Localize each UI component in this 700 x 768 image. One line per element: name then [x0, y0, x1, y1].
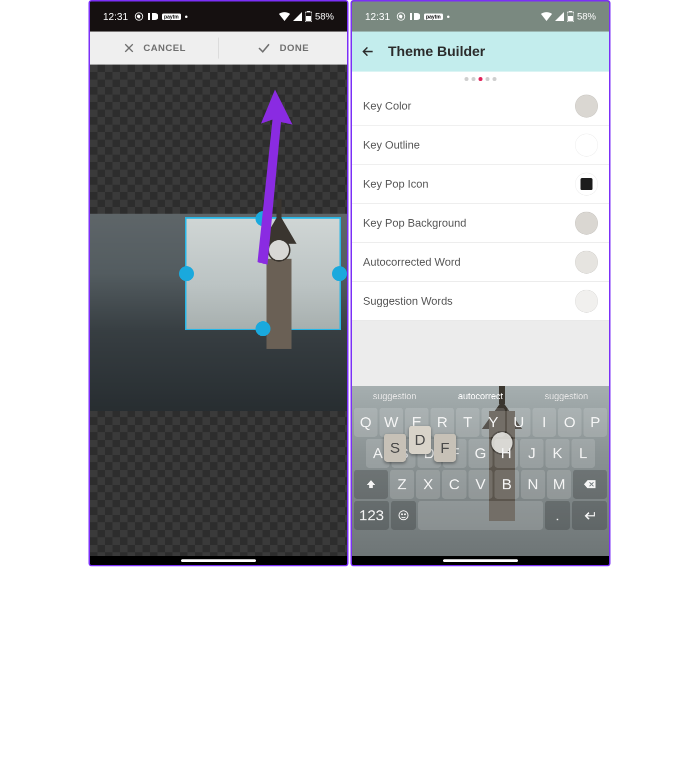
pager-dot[interactable] — [464, 77, 468, 81]
settings-item-label: Key Pop Icon — [363, 178, 428, 191]
key-u[interactable]: U — [507, 408, 530, 437]
key-o[interactable]: O — [558, 408, 582, 437]
suggestion-left[interactable]: suggestion — [373, 391, 416, 402]
crop-handle-right[interactable] — [332, 266, 347, 281]
app-header: Theme Builder — [352, 32, 609, 72]
svg-point-11 — [402, 514, 402, 515]
done-button[interactable]: DONE — [219, 32, 348, 65]
settings-item[interactable]: Key Pop Icon — [352, 165, 609, 204]
app-title: Theme Builder — [388, 44, 485, 60]
status-time: 12:31 — [103, 11, 128, 23]
color-swatch[interactable] — [575, 290, 598, 313]
close-icon — [122, 42, 136, 55]
settings-item-label: Key Pop Background — [363, 217, 466, 230]
svg-rect-1 — [148, 13, 150, 20]
svg-rect-6 — [410, 13, 412, 20]
key-numeric[interactable]: 123 — [354, 501, 389, 530]
color-swatch[interactable] — [575, 251, 598, 274]
paytm-icon: paytm — [162, 14, 180, 20]
battery-icon — [567, 11, 574, 22]
cancel-button[interactable]: CANCEL — [90, 32, 218, 65]
battery-icon — [305, 11, 312, 22]
nav-bar — [90, 556, 347, 565]
settings-item[interactable]: Key Pop Background — [352, 204, 609, 243]
key-l[interactable]: L — [572, 439, 595, 468]
color-swatch[interactable] — [575, 212, 598, 235]
signal-icon — [293, 12, 302, 21]
settings-item[interactable]: Autocorrected Word — [352, 243, 609, 282]
color-swatch[interactable] — [575, 95, 598, 118]
color-swatch[interactable] — [575, 173, 598, 196]
check-icon — [256, 41, 272, 56]
id-icon — [148, 13, 158, 20]
settings-item[interactable]: Key Color — [352, 87, 609, 126]
key-popup[interactable]: F — [434, 434, 456, 462]
key-r[interactable]: R — [430, 408, 454, 437]
status-right: 58% — [279, 11, 334, 22]
key-popup[interactable]: S — [384, 434, 406, 462]
signal-icon — [555, 12, 564, 21]
key-i[interactable]: I — [532, 408, 556, 437]
key-popups: S D F — [384, 434, 456, 462]
status-left-icons: paytm — [134, 12, 187, 22]
backspace-icon — [584, 479, 596, 489]
key-period[interactable]: . — [545, 501, 570, 530]
key-enter[interactable] — [572, 501, 607, 530]
svg-rect-4 — [306, 16, 311, 21]
key-n[interactable]: N — [521, 470, 545, 499]
key-b[interactable]: B — [494, 470, 518, 499]
key-y[interactable]: Y — [482, 408, 505, 437]
key-z[interactable]: Z — [390, 470, 414, 499]
key-g[interactable]: G — [468, 439, 492, 468]
key-emoji[interactable] — [391, 501, 416, 530]
color-swatch[interactable] — [575, 134, 598, 157]
key-c[interactable]: C — [442, 470, 466, 499]
crop-handle-bottom[interactable] — [256, 321, 270, 336]
key-j[interactable]: J — [520, 439, 544, 468]
wifi-icon — [279, 12, 290, 21]
pager-dot[interactable] — [472, 77, 476, 81]
settings-item[interactable]: Suggestion Words — [352, 282, 609, 321]
battery-percent: 58% — [577, 11, 596, 22]
crop-handle-left[interactable] — [179, 266, 194, 281]
status-right: 58% — [541, 11, 596, 22]
crop-canvas[interactable] — [90, 65, 347, 556]
key-v[interactable]: V — [468, 470, 492, 499]
settings-item-label: Key Color — [363, 100, 412, 113]
more-dot-icon — [185, 16, 188, 18]
key-p[interactable]: P — [584, 408, 607, 437]
cancel-label: CANCEL — [144, 43, 186, 54]
emoji-icon — [398, 509, 410, 521]
pager-dot[interactable] — [486, 77, 490, 81]
key-row-1: QWERTYUIOP — [352, 407, 609, 438]
key-m[interactable]: M — [547, 470, 571, 499]
key-space[interactable] — [418, 501, 543, 530]
suggestion-autocorrect[interactable]: autocorrect — [458, 391, 503, 402]
shift-icon — [366, 479, 376, 490]
home-indicator[interactable] — [443, 559, 518, 562]
wifi-icon — [541, 12, 552, 21]
whatsapp-icon — [134, 12, 144, 22]
key-t[interactable]: T — [456, 408, 480, 437]
key-w[interactable]: W — [380, 408, 403, 437]
key-q[interactable]: Q — [354, 408, 378, 437]
annotation-arrow — [245, 90, 295, 265]
status-bar: 12:31 paytm 58% — [352, 2, 609, 32]
id-icon — [410, 13, 420, 20]
status-time: 12:31 — [365, 11, 390, 23]
key-shift[interactable] — [354, 470, 388, 499]
key-k[interactable]: K — [546, 439, 569, 468]
phone-theme-builder: 12:31 paytm 58% Theme Builder — [350, 0, 610, 566]
battery-percent: 58% — [315, 11, 334, 22]
pager-dot[interactable] — [492, 77, 496, 81]
back-arrow-icon[interactable] — [361, 45, 375, 59]
key-h[interactable]: H — [494, 439, 518, 468]
crop-toolbar: CANCEL DONE — [90, 32, 347, 65]
suggestion-right[interactable]: suggestion — [544, 391, 588, 402]
settings-item[interactable]: Key Outline — [352, 126, 609, 165]
key-popup[interactable]: D — [409, 426, 431, 454]
key-backspace[interactable] — [573, 470, 607, 499]
key-x[interactable]: X — [416, 470, 440, 499]
home-indicator[interactable] — [181, 559, 256, 562]
pager-dot-active[interactable] — [478, 77, 482, 81]
